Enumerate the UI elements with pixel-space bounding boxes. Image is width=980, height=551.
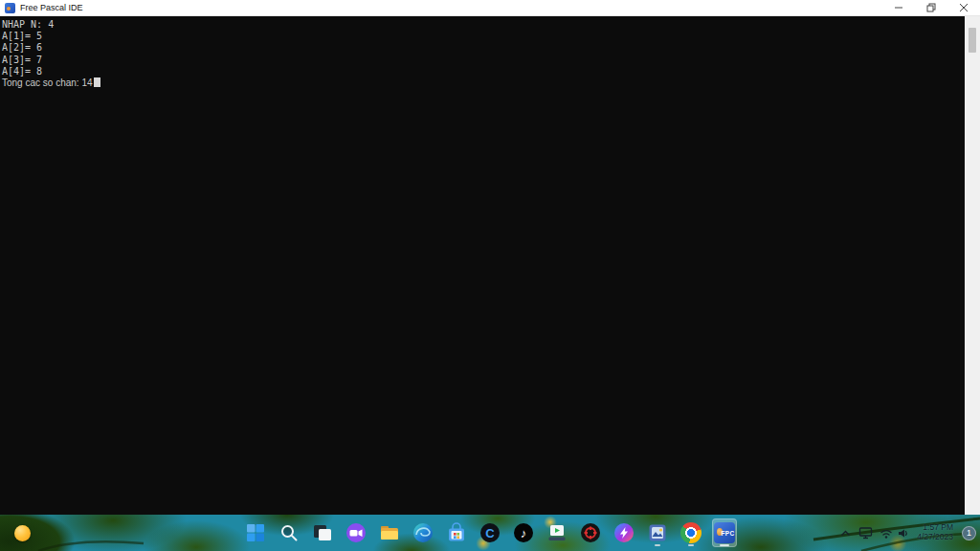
- system-tray: 1:57 PM 4/27/2023 1: [839, 515, 976, 551]
- close-icon: [959, 3, 969, 12]
- console-line: A[2]= 6: [2, 42, 965, 54]
- minimize-button[interactable]: [882, 0, 915, 16]
- taskbar-clock[interactable]: 1:57 PM 4/27/2023: [917, 523, 953, 542]
- chrome-button[interactable]: [679, 518, 703, 547]
- video-camera-app-button[interactable]: [344, 518, 368, 547]
- window-titlebar[interactable]: Free Pascal IDE: [0, 0, 980, 16]
- clock-date: 4/27/2023: [917, 533, 953, 542]
- running-indicator: [688, 544, 694, 547]
- red-emblem-app-icon: [579, 521, 602, 544]
- edge-browser-icon: [412, 521, 434, 544]
- restore-button[interactable]: [915, 0, 947, 16]
- free-pascal-icon: FPC: [714, 522, 735, 543]
- screen: Free Pascal IDE NHAP N: 4 A[1]= 5 A[2]= …: [0, 0, 980, 551]
- tray-overflow-button[interactable]: [839, 527, 852, 540]
- file-explorer-button[interactable]: [377, 518, 402, 547]
- red-emblem-app-button[interactable]: [578, 518, 603, 547]
- close-button[interactable]: [947, 0, 980, 16]
- taskbar: C ♪: [0, 515, 980, 551]
- c-browser-icon: C: [479, 521, 501, 544]
- console-line-text: Tong cac so chan: 14: [2, 77, 93, 88]
- window-controls: [882, 0, 980, 16]
- notification-badge[interactable]: 1: [962, 526, 976, 540]
- pc-app-icon: [546, 521, 568, 544]
- c-browser-button[interactable]: C: [478, 518, 502, 547]
- text-cursor: [94, 77, 100, 87]
- file-explorer-icon: [378, 521, 401, 544]
- messenger-button[interactable]: [612, 518, 636, 547]
- photos-button[interactable]: [645, 518, 670, 547]
- tiktok-icon: ♪: [512, 521, 535, 544]
- pc-app-button[interactable]: [545, 518, 569, 547]
- photos-icon: [646, 521, 669, 544]
- restore-icon: [926, 3, 936, 12]
- window-title: Free Pascal IDE: [20, 0, 83, 16]
- search-icon: [278, 521, 301, 544]
- console-line: A[3]= 7: [2, 55, 965, 66]
- chevron-up-icon: [839, 527, 852, 540]
- minimize-icon: [894, 3, 903, 12]
- console-output[interactable]: NHAP N: 4 A[1]= 5 A[2]= 6 A[3]= 7 A[4]= …: [0, 16, 965, 515]
- console-line: A[4]= 8: [2, 66, 965, 77]
- svg-text:♪: ♪: [521, 526, 527, 540]
- widgets-button[interactable]: [8, 519, 36, 546]
- wifi-icon: [880, 527, 893, 540]
- task-view-icon: [311, 521, 334, 544]
- svg-text:C: C: [485, 526, 495, 540]
- volume-icon: [897, 527, 910, 540]
- taskbar-pinned-icons: C ♪: [243, 515, 737, 551]
- free-pascal-icon-text: FPC: [722, 530, 735, 537]
- search-button[interactable]: [277, 518, 301, 547]
- tiktok-button[interactable]: ♪: [511, 518, 536, 547]
- running-indicator: [655, 544, 660, 547]
- microsoft-store-icon: [445, 521, 468, 544]
- windows-start-icon: [244, 521, 267, 544]
- console-line: Tong cac so chan: 14: [2, 77, 965, 89]
- console-scrollbar[interactable]: [965, 16, 980, 515]
- edge-browser-button[interactable]: [411, 518, 435, 547]
- console-line: NHAP N: 4: [2, 19, 965, 31]
- console-line: A[1]= 5: [2, 31, 965, 42]
- video-camera-app-icon: [345, 521, 368, 544]
- sun-weather-icon: [14, 525, 31, 541]
- task-view-button[interactable]: [310, 518, 335, 547]
- tray-monitor-button[interactable]: [858, 526, 873, 540]
- network-volume-button[interactable]: [880, 527, 910, 540]
- free-pascal-taskbar-button[interactable]: FPC: [712, 518, 737, 547]
- monitor-icon: [858, 526, 873, 540]
- active-indicator: [720, 544, 729, 547]
- messenger-icon: [612, 521, 635, 544]
- scrollbar-thumb[interactable]: [969, 28, 976, 53]
- free-pascal-app-icon: [5, 3, 15, 13]
- microsoft-store-button[interactable]: [444, 518, 469, 547]
- chrome-icon: [680, 522, 702, 543]
- start-button[interactable]: [243, 518, 268, 547]
